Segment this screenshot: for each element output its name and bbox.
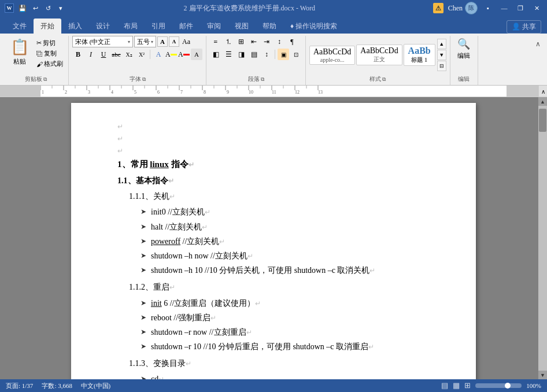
styles-scroll-down[interactable]: ▼ xyxy=(437,50,446,60)
view-web-button[interactable]: ⊞ xyxy=(464,381,471,390)
subscript-button[interactable]: X₂ xyxy=(123,49,135,60)
find-button[interactable]: 🔍 编辑 xyxy=(454,36,474,62)
warning-icon[interactable]: ⚠ xyxy=(433,3,443,13)
ruler-main[interactable]: 1 2 3 4 5 6 7 8 9 10 11 12 13 xyxy=(40,86,507,97)
scroll-thumb[interactable] xyxy=(539,109,546,132)
user-info: Chen 陈 xyxy=(448,2,478,14)
clear-format-button[interactable]: Aa xyxy=(180,36,192,47)
show-marks-button[interactable]: ¶ xyxy=(286,36,298,47)
font-name-input[interactable]: 宋体 (中文正 ▾ xyxy=(72,36,133,47)
zoom-slider[interactable] xyxy=(475,383,522,388)
styles-expand[interactable]: ⊟ xyxy=(437,61,446,71)
style-item-heading1[interactable]: AaBb 标题 1 xyxy=(404,44,435,66)
align-left-button[interactable]: ◧ xyxy=(210,49,221,60)
scroll-up-button[interactable]: ▲ xyxy=(538,97,547,106)
increase-indent-button[interactable]: ⇥ xyxy=(261,36,272,47)
highlight-button[interactable]: A xyxy=(165,49,177,60)
tab-references[interactable]: 引用 xyxy=(145,19,172,34)
tab-mailings[interactable]: 邮件 xyxy=(172,19,200,34)
text-effects-button[interactable]: A xyxy=(153,49,164,60)
multilevel-list-button[interactable]: ⊞ xyxy=(235,36,247,47)
cut-button[interactable]: ✂ 剪切 xyxy=(35,38,65,48)
tab-insert[interactable]: 插入 xyxy=(61,19,89,34)
tab-help[interactable]: 帮助 xyxy=(256,19,283,34)
tab-review[interactable]: 审阅 xyxy=(200,19,228,34)
italic-button[interactable]: I xyxy=(85,49,97,60)
clipboard-label-text: 剪贴板 xyxy=(25,75,42,83)
reboot-mark: ↵ xyxy=(210,314,216,322)
superscript-button[interactable]: X² xyxy=(136,49,147,60)
clipboard-content: 📋 粘贴 ✂ 剪切 ⿻ 复制 🖌 格式刷 xyxy=(7,36,65,74)
share-icon: 👤 xyxy=(512,23,520,31)
ribbon-collapse-button[interactable]: ∧ xyxy=(532,38,544,50)
linux-underline: linux xyxy=(150,160,169,169)
decrease-indent-button[interactable]: ⇤ xyxy=(248,36,260,47)
svg-text:4: 4 xyxy=(111,90,113,95)
shading-button[interactable]: ▣ xyxy=(278,49,289,60)
clipboard-group-label: 剪贴板 ⧉ xyxy=(25,74,47,84)
tab-view[interactable]: 视图 xyxy=(228,19,256,34)
restore-button[interactable]: ❐ xyxy=(515,2,526,14)
search-label: 操作说明搜索 xyxy=(295,21,337,31)
close-button[interactable]: ✕ xyxy=(531,2,542,14)
font-content: 宋体 (中文正 ▾ 五号 ▾ A A Aa B I U abc X xyxy=(72,36,202,74)
document-page[interactable]: ↵ ↵ ↵ 1、常用 linux 指令↵ 1.1、基本指令↵ 1.1.1、关机↵ xyxy=(71,103,476,379)
vertical-scrollbar[interactable]: ▲ ▼ xyxy=(538,97,547,379)
save-button[interactable]: 💾 xyxy=(17,3,28,13)
view-normal-button[interactable]: ▤ xyxy=(441,381,448,390)
init6-underline: init xyxy=(151,299,162,308)
list-content-reboot: reboot //强制重启↵ xyxy=(151,310,435,325)
paste-button[interactable]: 📋 粘贴 xyxy=(7,36,32,68)
bold-button[interactable]: B xyxy=(72,49,84,60)
align-right-button[interactable]: ◨ xyxy=(235,49,247,60)
share-button[interactable]: 👤 共享 xyxy=(507,20,541,34)
underline-button[interactable]: U xyxy=(98,49,109,60)
ruler-collapse-button[interactable]: ∧ xyxy=(538,86,547,97)
main-area: ↵ ↵ ↵ 1、常用 linux 指令↵ 1.1、基本指令↵ 1.1.1、关机↵ xyxy=(0,97,547,379)
char-shading-button[interactable]: A xyxy=(191,49,202,60)
clipboard-expand-icon[interactable]: ⧉ xyxy=(43,76,47,83)
font-size-input[interactable]: 五号 ▾ xyxy=(134,36,156,47)
svg-text:12: 12 xyxy=(295,90,300,95)
styles-expand-icon[interactable]: ⧉ xyxy=(382,76,386,83)
font-grow-button[interactable]: A xyxy=(157,36,168,47)
tab-search[interactable]: ♦ 操作说明搜索 xyxy=(283,19,344,34)
border-button[interactable]: ⊡ xyxy=(290,49,302,60)
font-expand-icon[interactable]: ⧉ xyxy=(142,76,146,83)
align-center-button[interactable]: ☰ xyxy=(223,49,234,60)
scroll-down-button[interactable]: ▼ xyxy=(538,371,547,379)
list-content-poweroff: poweroff //立刻关机↵ xyxy=(151,234,435,249)
copy-button[interactable]: ⿻ 复制 xyxy=(35,49,65,58)
editing-group-label: 编辑 xyxy=(458,74,470,84)
numbered-list-button[interactable]: ⒈ xyxy=(223,36,234,47)
user-avatar[interactable]: 陈 xyxy=(465,2,478,14)
tab-file[interactable]: 文件 xyxy=(6,19,34,34)
redo-button[interactable]: ↺ xyxy=(43,3,53,13)
undo-button[interactable]: ↩ xyxy=(30,3,40,13)
tab-design[interactable]: 设计 xyxy=(89,19,117,34)
ribbon-display-button[interactable]: ▪ xyxy=(482,2,494,14)
tab-layout[interactable]: 布局 xyxy=(117,19,145,34)
format-painter-button[interactable]: 🖌 格式刷 xyxy=(35,59,65,69)
tab-home[interactable]: 开始 xyxy=(34,19,61,34)
strikethrough-button[interactable]: abc xyxy=(110,49,122,60)
minimize-button[interactable]: — xyxy=(498,2,510,14)
cut-icon: ✂ xyxy=(36,39,42,47)
font-color-button[interactable]: A xyxy=(178,49,190,60)
sort-button[interactable]: ↕ xyxy=(274,36,285,47)
status-bar: 页面: 1/37 字数: 3,668 中文(中国) ▤ ▦ ⊞ 100% xyxy=(0,379,547,392)
document-title: 2 扁平化车道收费系统维护手册.docx - Word xyxy=(66,3,433,13)
bullet-list-button[interactable]: ≡ xyxy=(210,36,221,47)
style-item-apple[interactable]: AaBbCcDd apple-co... xyxy=(309,46,355,65)
share-label: 共享 xyxy=(522,22,536,32)
more-commands-button[interactable]: ▾ xyxy=(56,3,66,13)
font-shrink-button[interactable]: A xyxy=(169,36,179,47)
styles-scroll-up[interactable]: ▲ xyxy=(437,39,446,49)
view-print-button[interactable]: ▦ xyxy=(453,381,460,390)
style-heading1-preview: AaBb xyxy=(408,46,431,56)
line-spacing-button[interactable]: ↕ xyxy=(261,49,272,60)
paragraph-expand-icon[interactable]: ⧉ xyxy=(261,76,264,83)
justify-button[interactable]: ▤ xyxy=(248,49,260,60)
zoom-thumb xyxy=(505,383,511,389)
style-item-normal[interactable]: AaBbCcDd 正文 xyxy=(356,45,402,65)
